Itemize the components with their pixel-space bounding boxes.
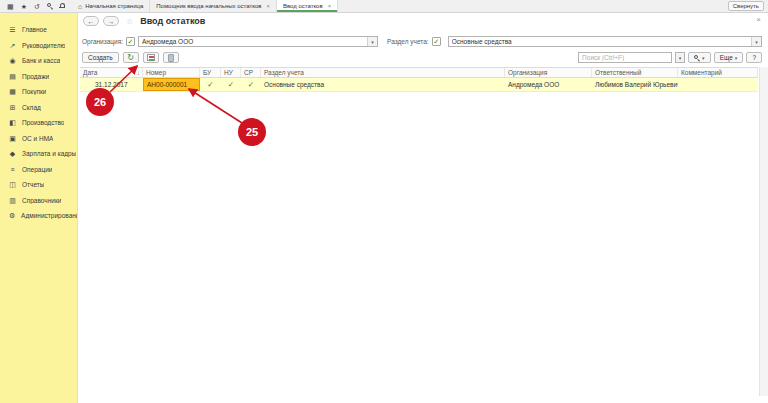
sidebar-item-reports[interactable]: ◫Отчеты (0, 177, 77, 193)
tab-enter-balances[interactable]: Ввод остатков × (277, 0, 338, 12)
sidebar-item-label: Главное (22, 26, 47, 33)
back-button[interactable]: ← (83, 16, 99, 26)
cell-number-selected[interactable]: АН00-000001 (143, 78, 200, 91)
column-header-section[interactable]: Раздел учета (261, 68, 505, 77)
sidebar-item-catalogs[interactable]: ▥Справочники (0, 193, 77, 209)
history-icon[interactable]: ↺ (34, 3, 40, 10)
cell-section[interactable]: Основные средства (261, 78, 505, 91)
balances-table: Дата ↓ Номер БУ НУ СР Раздел учета Орган… (80, 67, 758, 92)
sidebar-item-operations[interactable]: ≡Операции (0, 162, 77, 178)
section-value: Основные средства (452, 38, 751, 45)
column-header-sr[interactable]: СР (241, 68, 261, 77)
sidebar-item-label: Банк и касса (22, 57, 60, 64)
cell-date-value: 31.12.2017 (83, 81, 128, 88)
home-section-icon: ☰ (8, 26, 17, 33)
sidebar-item-label: Производство (22, 119, 64, 126)
create-button[interactable]: Создать (82, 52, 119, 63)
column-header-organization[interactable]: Организация (505, 68, 592, 77)
organization-combo[interactable]: Андромеда ООО ▾ (138, 36, 378, 47)
sidebar-item-label: Продажи (22, 73, 49, 80)
home-icon: ⌂ (78, 3, 82, 10)
notifications-bell-icon[interactable] (59, 3, 65, 9)
chevron-down-icon: ▾ (735, 55, 738, 61)
tab-home[interactable]: ⌂ Начальная страница (72, 0, 150, 12)
sidebar-item-label: Справочники (22, 197, 61, 204)
sidebar-item-payroll[interactable]: ◆Зарплата и кадры (0, 146, 77, 162)
enter-balances-form: ← → ☆ Ввод остатков × Организация: ✓ Анд… (78, 13, 768, 403)
find-button[interactable]: ▾ (688, 52, 711, 63)
sidebar-item-sales[interactable]: ▤Продажи (0, 69, 77, 85)
organization-label: Организация: (82, 38, 123, 45)
column-header-bu[interactable]: БУ (200, 68, 221, 77)
table-header: Дата ↓ Номер БУ НУ СР Раздел учета Орган… (80, 67, 758, 78)
sidebar-item-label: Руководителю (22, 42, 65, 49)
column-header-date[interactable]: Дата ↓ (80, 68, 143, 77)
catalogs-icon: ▥ (8, 197, 17, 204)
administration-icon: ⚙ (8, 212, 16, 219)
more-button-label: Еще (720, 54, 733, 61)
sidebar-item-purchases[interactable]: ▦Покупки (0, 84, 77, 100)
sidebar-item-fixed-assets[interactable]: ▣ОС и НМА (0, 131, 77, 147)
sort-desc-icon: ↓ (137, 70, 140, 76)
vertical-scrollbar[interactable] (759, 67, 768, 396)
cell-sr[interactable]: ✓ (241, 78, 261, 91)
tab-home-label: Начальная страница (85, 3, 143, 9)
mode-icon (168, 54, 174, 62)
chevron-down-icon[interactable]: ▾ (751, 37, 761, 46)
main-menu-icon[interactable]: ▦ (7, 3, 14, 10)
cell-responsible[interactable]: Любимов Валерий Юрьевич (592, 78, 678, 91)
organization-checkbox[interactable]: ✓ (126, 37, 135, 46)
column-header-nu[interactable]: НУ (221, 68, 241, 77)
tab-close-icon[interactable]: × (266, 3, 270, 9)
search-input[interactable] (578, 52, 672, 63)
copy-button[interactable]: ↻ (123, 52, 139, 63)
sidebar-item-label: Покупки (22, 88, 46, 95)
system-icons: ▦ ★ ↺ (0, 0, 72, 12)
chevron-down-icon[interactable]: ▾ (367, 37, 377, 46)
sidebar-item-production[interactable]: ◧Производство (0, 115, 77, 131)
sidebar-item-label: ОС и НМА (22, 135, 53, 142)
manager-icon: ↗ (8, 42, 17, 49)
cell-bu[interactable]: ✓ (200, 78, 221, 91)
reports-icon: ◫ (8, 181, 17, 188)
sidebar-item-warehouse[interactable]: ⊞Склад (0, 100, 77, 116)
cell-comment[interactable] (678, 78, 758, 91)
sidebar-item-administration[interactable]: ⚙Администрирование (0, 208, 77, 224)
help-button[interactable]: ? (746, 52, 762, 63)
sidebar-item-main[interactable]: ☰Главное (0, 22, 77, 38)
collapse-button[interactable]: Свернуть (728, 1, 764, 11)
tab-close-icon[interactable]: × (328, 3, 332, 9)
search-history-chevron-icon[interactable]: ▾ (675, 52, 685, 63)
active-tab-indicator (277, 10, 337, 12)
annotation-badge-25: 25 (238, 118, 266, 146)
dtkt-red-row (149, 56, 154, 58)
cell-organization[interactable]: Андромеда ООО (505, 78, 592, 91)
dtkt-green-row (149, 59, 154, 61)
column-header-comment[interactable]: Комментарий (678, 68, 758, 77)
forward-button[interactable]: → (103, 16, 119, 26)
section-checkbox[interactable]: ✓ (432, 37, 441, 46)
toolbar-right-group: ▾ ▾ Еще ▾ ? (578, 52, 762, 63)
sidebar-item-label: Отчеты (22, 181, 44, 188)
cell-date[interactable]: 31.12.2017 (80, 78, 143, 91)
column-header-number[interactable]: Номер (143, 68, 200, 77)
cell-nu[interactable]: ✓ (221, 78, 241, 91)
favorites-icon[interactable]: ★ (21, 3, 27, 10)
form-close-icon[interactable]: × (756, 15, 761, 24)
warehouse-icon: ⊞ (8, 104, 17, 111)
page-title: Ввод остатков (140, 16, 205, 26)
show-postings-dtkt-button[interactable] (143, 52, 159, 63)
section-combo[interactable]: Основные средства ▾ (448, 36, 762, 47)
sidebar-item-manager[interactable]: ↗Руководителю (0, 38, 77, 54)
tab-assistant-label: Помощник ввода начальных остатков (156, 3, 261, 9)
sidebar-item-label: Склад (22, 104, 41, 111)
tab-opening-balances-assistant[interactable]: Помощник ввода начальных остатков × (150, 0, 277, 12)
sidebar-item-bank-cash[interactable]: ◉Банк и касса (0, 53, 77, 69)
mode-button[interactable] (163, 52, 179, 63)
table-row[interactable]: 31.12.2017 АН00-000001 ✓ ✓ ✓ Основные ср… (80, 78, 758, 92)
search-icon[interactable] (47, 3, 53, 9)
tab-enter-balances-label: Ввод остатков (283, 3, 323, 9)
favorite-star-icon[interactable]: ☆ (126, 17, 133, 26)
more-button[interactable]: Еще ▾ (714, 52, 744, 63)
column-header-responsible[interactable]: Ответственный (592, 68, 678, 77)
